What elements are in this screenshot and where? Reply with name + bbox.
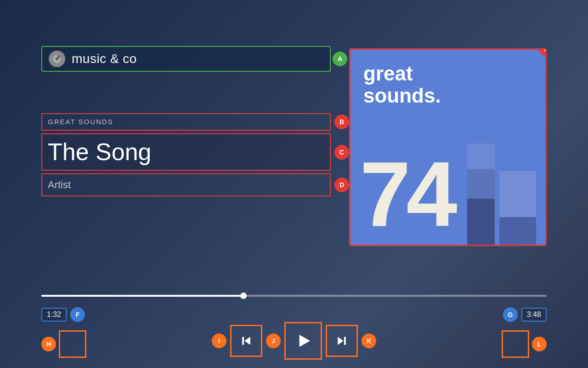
badge-j: J: [266, 334, 281, 348]
badge-i: I: [212, 334, 226, 348]
song-title: The Song: [48, 138, 152, 165]
artist-box: Artist D: [41, 173, 331, 196]
badge-h: H: [41, 337, 56, 351]
play-button[interactable]: [284, 322, 322, 360]
app-title-bar: music & co A: [41, 46, 331, 72]
svg-marker-2: [244, 337, 250, 345]
album-art: greatsounds. 74 E: [349, 48, 547, 246]
total-time: 3:48: [521, 308, 547, 322]
svg-rect-6: [344, 337, 346, 345]
svg-rect-3: [242, 337, 244, 345]
app-title: music & co: [72, 52, 137, 66]
svg-marker-5: [338, 337, 344, 345]
extra-left-button[interactable]: [59, 330, 86, 358]
artist-name: Artist: [48, 179, 71, 190]
extra-right-button[interactable]: [502, 330, 529, 358]
badge-c: C: [334, 145, 349, 160]
badge-l: L: [532, 337, 547, 351]
song-title-box: The Song C: [41, 133, 331, 171]
badge-b: B: [334, 115, 349, 129]
progress-track[interactable]: [41, 295, 547, 297]
badge-k: K: [362, 334, 376, 348]
album-title: greatsounds.: [363, 63, 441, 107]
badge-g: G: [503, 307, 518, 322]
info-section: GREAT SOUNDS B The Song C Artist D: [41, 113, 331, 196]
playlist-label: GREAT SOUNDS: [48, 118, 113, 126]
prev-button[interactable]: [230, 325, 262, 357]
playlist-label-box: GREAT SOUNDS B: [41, 113, 331, 131]
progress-thumb: [240, 293, 247, 299]
album-number: 74: [360, 148, 452, 240]
next-button[interactable]: [326, 325, 358, 357]
progress-fill: [41, 295, 243, 297]
badge-f: F: [70, 307, 85, 322]
badge-a: A: [333, 52, 347, 66]
current-time: 1:32: [41, 308, 67, 322]
music-icon: [49, 51, 65, 67]
badge-d: D: [334, 178, 349, 192]
svg-marker-4: [300, 335, 310, 347]
album-art-inner: greatsounds. 74: [351, 50, 545, 245]
